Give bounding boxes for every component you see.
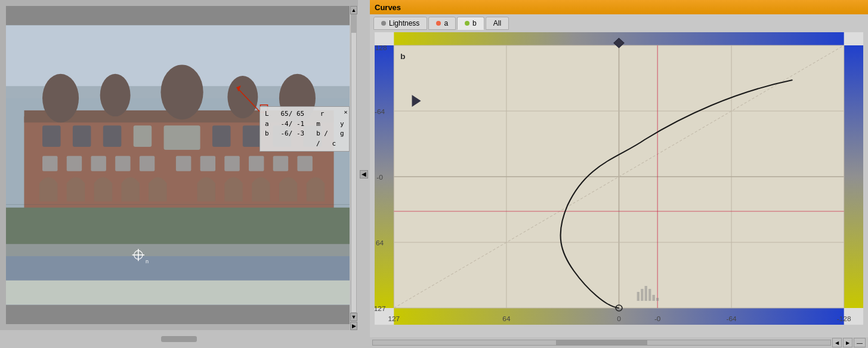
- svg-text:64: 64: [502, 315, 511, 322]
- svg-rect-30: [297, 156, 312, 171]
- svg-point-10: [160, 65, 203, 120]
- a-dot: [436, 21, 441, 26]
- svg-rect-12: [73, 125, 91, 147]
- scroll-right-btn[interactable]: ▶: [843, 338, 852, 347]
- curves-graph-wrapper: b -128 -64 -0 64 127 127 64 0 -0 -64 -12…: [370, 30, 868, 337]
- popup-b2-label: b: [316, 130, 320, 137]
- popup-y-label: y: [340, 120, 344, 128]
- tab-all[interactable]: All: [486, 17, 509, 30]
- popup-b-label: b: [265, 130, 269, 137]
- bottom-bar: [0, 330, 358, 348]
- svg-text:-0: -0: [654, 315, 661, 322]
- svg-rect-15: [164, 125, 200, 150]
- svg-rect-27: [224, 156, 239, 171]
- svg-text:127: 127: [388, 315, 400, 322]
- popup-a-val2: -1: [296, 120, 304, 128]
- svg-rect-29: [273, 156, 288, 171]
- tab-b[interactable]: b: [457, 17, 484, 30]
- svg-text:-128: -128: [375, 44, 387, 51]
- curves-panel: Curves Lightness a b All: [370, 0, 868, 348]
- svg-text:-64: -64: [727, 315, 737, 322]
- svg-rect-16: [212, 125, 231, 147]
- lightness-dot: [381, 21, 386, 26]
- svg-rect-14: [134, 125, 152, 147]
- svg-rect-67: [656, 298, 659, 301]
- left-panel: n ✕ L 65/ 65 r a -4/ -1 m y b -6/: [0, 0, 358, 348]
- svg-point-6: [42, 74, 79, 122]
- svg-rect-25: [176, 156, 191, 171]
- horizontal-scroll-handle[interactable]: [161, 336, 197, 342]
- svg-rect-28: [249, 156, 264, 171]
- svg-rect-21: [67, 156, 82, 171]
- b-dot: [465, 21, 469, 26]
- h-scroll-thumb[interactable]: [556, 340, 647, 345]
- svg-rect-23: [115, 156, 130, 171]
- svg-text:-128: -128: [837, 315, 851, 322]
- building-image: n: [6, 6, 352, 324]
- svg-rect-62: [637, 292, 640, 301]
- svg-rect-26: [200, 156, 215, 171]
- popup-b-val1: -6: [281, 130, 289, 137]
- popup-b-val2: -3: [296, 130, 304, 137]
- image-canvas[interactable]: n ✕ L 65/ 65 r a -4/ -1 m y b -6/: [6, 6, 352, 324]
- svg-point-8: [227, 76, 258, 118]
- popup-a-val1: -4: [281, 120, 289, 128]
- svg-rect-66: [653, 295, 655, 301]
- b-axis-label: b: [400, 52, 406, 60]
- scroll-up-arrow[interactable]: ▲: [350, 6, 357, 14]
- svg-rect-22: [91, 156, 106, 171]
- curves-svg: b -128 -64 -0 64 127 127 64 0 -0 -64 -12…: [375, 32, 863, 325]
- svg-point-7: [100, 74, 131, 116]
- curves-title-text: Curves: [375, 3, 401, 12]
- svg-rect-65: [648, 289, 651, 301]
- svg-text:n: n: [146, 258, 149, 264]
- curves-tabs: Lightness a b All: [370, 14, 868, 30]
- popup-close[interactable]: ✕: [344, 107, 347, 116]
- popup-content: L 65/ 65 r a -4/ -1 m y b -6/ -3 b / g /…: [265, 109, 344, 149]
- curves-graph[interactable]: b -128 -64 -0 64 127 127 64 0 -0 -64 -12…: [375, 32, 863, 325]
- scroll-track-v: [351, 14, 357, 313]
- popup-c-label: c: [332, 140, 336, 147]
- right-arrow-icon: ▶: [846, 340, 850, 346]
- svg-rect-17: [243, 125, 261, 147]
- collapse-arrow[interactable]: ◀: [360, 170, 368, 178]
- svg-rect-20: [42, 156, 57, 171]
- tab-lightness[interactable]: Lightness: [373, 17, 427, 30]
- popup-l-val1: 65: [281, 110, 289, 118]
- scroll-left-btn[interactable]: ◀: [832, 338, 842, 347]
- curves-title: Curves: [370, 0, 868, 14]
- left-arrow-icon: ◀: [835, 340, 839, 346]
- vertical-scrollbar[interactable]: ▲ ▼ ▶: [350, 6, 358, 330]
- popup-r-label: r: [320, 110, 325, 118]
- svg-rect-46: [844, 45, 863, 308]
- svg-rect-11: [42, 125, 61, 147]
- scroll-expand-btn[interactable]: —: [854, 338, 866, 347]
- svg-text:0: 0: [617, 315, 621, 322]
- popup-l-val2: 65: [296, 110, 304, 118]
- svg-rect-63: [641, 289, 643, 301]
- svg-text:-64: -64: [375, 108, 385, 115]
- tab-a[interactable]: a: [428, 17, 456, 30]
- popup-a-label: a: [265, 120, 269, 128]
- popup-l-label: L: [265, 110, 269, 118]
- panel-divider[interactable]: ◀: [358, 0, 370, 348]
- svg-rect-35: [6, 281, 352, 305]
- svg-text:-0: -0: [376, 174, 383, 181]
- svg-text:127: 127: [375, 305, 386, 312]
- svg-rect-13: [103, 125, 122, 147]
- h-scroll-track[interactable]: [372, 340, 831, 346]
- scroll-thumb-v: [351, 15, 356, 33]
- info-popup: ✕ L 65/ 65 r a -4/ -1 m y b -6/ -3 b / g: [260, 106, 350, 152]
- svg-rect-64: [645, 286, 647, 301]
- svg-rect-24: [140, 156, 155, 171]
- tab-b-label: b: [472, 19, 477, 27]
- svg-text:64: 64: [376, 239, 384, 247]
- popup-g-label: g: [340, 130, 344, 137]
- scroll-expand-arrow[interactable]: ▶: [350, 322, 357, 330]
- popup-m-label: m: [316, 120, 320, 128]
- tab-all-label: All: [493, 19, 501, 27]
- tab-lightness-label: Lightness: [389, 19, 419, 27]
- scroll-down-arrow[interactable]: ▼: [350, 313, 357, 321]
- tab-a-label: a: [444, 19, 448, 27]
- bottom-scrollbar: ◀ ▶ —: [370, 337, 868, 348]
